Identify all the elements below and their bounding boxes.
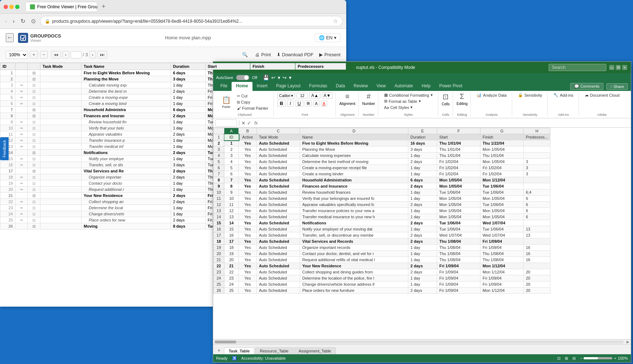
excel-cell[interactable]: 1 day [408, 275, 437, 281]
cut-btn[interactable]: ✂ Cut [235, 93, 271, 99]
excel-cell[interactable]: Yes [239, 245, 257, 251]
print-btn[interactable]: 🖨 Print [255, 52, 271, 57]
back-btn[interactable]: ‹ [4, 17, 8, 26]
tab-power-pivot[interactable]: Power Pivot [435, 82, 467, 91]
excel-cell[interactable]: Create a moving-expense receipt file [300, 165, 408, 171]
excel-cell[interactable]: 3 [524, 171, 550, 177]
excel-cell[interactable]: 2 days [408, 269, 437, 275]
excel-cell[interactable]: 2 days [408, 288, 437, 294]
viewer-back-btn[interactable]: ← [6, 33, 14, 42]
excel-cell[interactable]: Thu 1/22/04 [480, 140, 524, 146]
excel-cell[interactable]: Auto Scheduled [257, 153, 300, 159]
excel-cell[interactable]: Auto Scheduled [257, 140, 300, 146]
excel-cell[interactable]: 1 day [408, 208, 437, 214]
font-decrease-btn[interactable]: A▼ [322, 92, 333, 99]
excel-cell[interactable]: Fri 1/02/04 [480, 165, 524, 171]
excel-cell[interactable]: Yes [239, 146, 257, 153]
excel-cell[interactable]: 6 [524, 202, 550, 208]
language-selector[interactable]: 🌐 EN ▾ [315, 33, 340, 42]
excel-cell[interactable]: Mon 1/05/04 [437, 177, 480, 183]
excel-cell[interactable]: Mon 1/05/04 [437, 214, 480, 220]
excel-cell[interactable]: 2 days [408, 220, 437, 226]
excel-cell[interactable]: Mon 1/12/04 [480, 263, 524, 269]
save-icon[interactable]: 💾 [263, 75, 269, 80]
excel-cell[interactable] [524, 177, 550, 183]
excel-cell[interactable]: Change drivers/vehicle license address i… [300, 281, 408, 288]
excel-min-btn[interactable]: — [609, 65, 614, 70]
excel-cell[interactable]: Active [239, 134, 257, 140]
excel-cell[interactable]: Thu 1/08/04 [480, 251, 524, 257]
excel-cell[interactable]: Mon 1/12/04 [480, 288, 524, 294]
excel-cell[interactable]: Mon 1/05/04 [437, 202, 480, 208]
excel-cell[interactable]: Request additional refills of vital medi… [300, 257, 408, 263]
col-header-d[interactable]: D [300, 128, 408, 134]
excel-cell[interactable]: Fri 1/09/04 [437, 263, 480, 269]
excel-cell[interactable]: Auto Scheduled [257, 183, 300, 189]
excel-cell[interactable]: 1 day [408, 245, 437, 251]
excel-cell[interactable]: 2 days [408, 202, 437, 208]
excel-cell[interactable]: Thu 1/08/04 [437, 251, 480, 257]
excel-cell[interactable]: 20 [524, 288, 550, 294]
excel-cell[interactable]: Yes [239, 165, 257, 171]
excel-cell[interactable]: Yes [239, 214, 257, 220]
excel-cell[interactable]: 16 days [408, 140, 437, 146]
horizontal-scrollbar[interactable]: ▶ [213, 339, 631, 344]
excel-cell[interactable]: 6 [224, 171, 239, 177]
excel-cell[interactable]: Thu 1/01/04 [437, 140, 480, 146]
excel-cell[interactable]: Yes [239, 288, 257, 294]
excel-cell[interactable]: Auto Scheduled [257, 288, 300, 294]
sheet-tab-assignment-table[interactable]: Assignment_Table [294, 347, 336, 354]
excel-cell[interactable]: 1 day [408, 165, 437, 171]
sheet-tab-task-table[interactable]: Task_Table [224, 347, 254, 355]
excel-cell[interactable]: Yes [239, 196, 257, 202]
excel-cell[interactable]: 14 [224, 220, 239, 226]
excel-cell[interactable]: Mon 1/12/04 [480, 269, 524, 275]
excel-cell[interactable]: 16 [224, 232, 239, 238]
excel-cell[interactable]: Appraise valuables specifically insured … [300, 202, 408, 208]
excel-cell[interactable]: Auto Scheduled [257, 275, 300, 281]
tab-view[interactable]: View [372, 82, 390, 91]
feedback-tab[interactable]: Feedback [0, 137, 9, 160]
excel-cell[interactable]: 24 [224, 281, 239, 288]
first-page-btn[interactable]: ⏮ [51, 51, 61, 58]
customize-btn[interactable]: ▾ [289, 75, 291, 80]
excel-cell[interactable]: Five to Eight Weeks Before Moving [300, 140, 408, 146]
page-input[interactable]: 1 [71, 51, 82, 58]
col-header-g[interactable]: G [480, 128, 524, 134]
tab-automate[interactable]: Automate [390, 82, 417, 91]
excel-cell[interactable]: 8 [224, 183, 239, 189]
excel-cell[interactable]: Transfer, sell, or discontinue any membe [300, 232, 408, 238]
excel-cell[interactable]: 11 [224, 202, 239, 208]
excel-close-btn[interactable]: × [622, 65, 627, 70]
excel-cell[interactable]: Auto Scheduled [257, 159, 300, 165]
excel-cell[interactable]: Yes [239, 177, 257, 183]
excel-cell[interactable]: 2 days [408, 232, 437, 238]
excel-cell[interactable] [524, 183, 550, 189]
excel-cell[interactable]: Mon 1/05/04 [480, 196, 524, 202]
excel-cell[interactable]: Thu 1/08/04 [437, 257, 480, 263]
excel-cell[interactable]: 5 [224, 165, 239, 171]
tab-formulas[interactable]: Formulas [305, 82, 331, 91]
excel-cell[interactable]: 12 [224, 208, 239, 214]
excel-cell[interactable]: 10 [224, 196, 239, 202]
col-header-c[interactable]: C [257, 128, 300, 134]
forward-btn[interactable]: › [11, 17, 16, 26]
excel-cell[interactable]: 13 [224, 214, 239, 220]
excel-cell[interactable]: Fri 1/02/04 [437, 165, 480, 171]
excel-cell[interactable]: Fri 1/09/04 [480, 245, 524, 251]
excel-cell[interactable]: 19 [224, 251, 239, 257]
excel-cell[interactable]: 16 [524, 245, 550, 251]
underline-btn[interactable]: U [295, 100, 303, 107]
zoom-in-status[interactable]: + [614, 356, 616, 360]
excel-cell[interactable]: Tue 1/06/04 [480, 202, 524, 208]
excel-cell[interactable]: Yes [239, 183, 257, 189]
excel-cell[interactable]: Predecess... [524, 134, 550, 140]
new-tab-btn[interactable]: + [100, 2, 108, 11]
tab-page-layout[interactable]: Page Layout [272, 82, 305, 91]
addins-btn[interactable]: 🔧 Add-ins [551, 92, 575, 98]
excel-cell[interactable]: Thu 1/01/04 [480, 153, 524, 159]
excel-cell[interactable]: 22 [224, 269, 239, 275]
excel-cell[interactable]: Task Mode [257, 134, 300, 140]
excel-cell[interactable]: Auto Scheduled [257, 238, 300, 245]
refresh-btn[interactable]: ↻ [19, 16, 27, 26]
